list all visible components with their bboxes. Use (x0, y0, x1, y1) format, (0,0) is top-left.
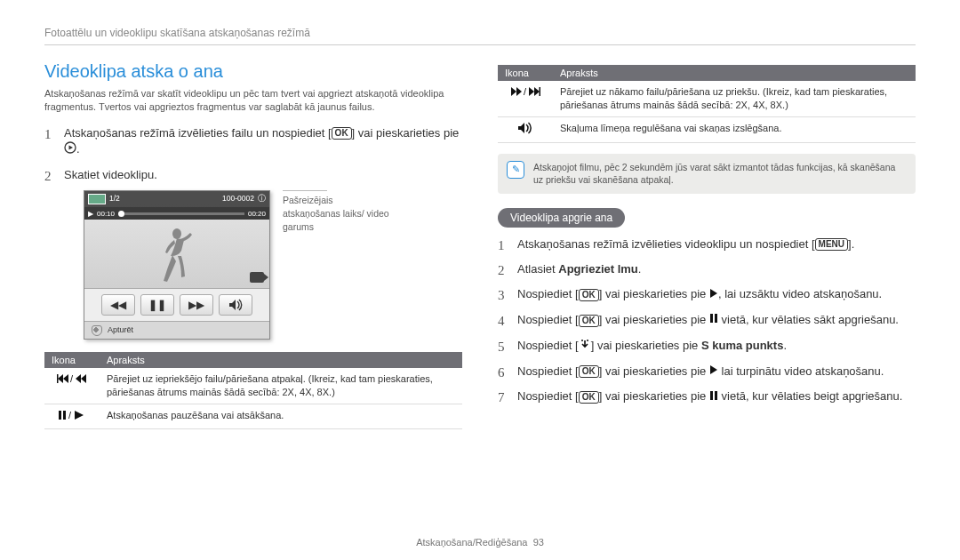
dancer-silhouette-icon (155, 226, 199, 284)
page-footer: Atskaņošana/Rediģēšana 93 (0, 537, 960, 548)
svg-rect-11 (63, 411, 66, 420)
menu-button-icon: MENU (815, 238, 848, 251)
sub-heading: Videoklipa apgrie ana (498, 208, 625, 228)
right-step-4: Nospiediet [OK] vai pieskarieties pie vi… (498, 312, 916, 329)
table-row: Skaļuma līmeņa regulēšana vai skaņas izs… (498, 116, 916, 142)
table-row: / Atskaņošanas pauzēšana vai atsākšana. (44, 404, 462, 429)
note-text: Atskaņojot filmu, pēc 2 sekundēm jūs var… (533, 161, 907, 187)
camera-icon (250, 272, 264, 283)
icon-table-left: Ikona Apraksts / Pārejiet uz iepriekšējo… (44, 352, 462, 430)
note-icon: ✎ (507, 161, 524, 179)
player-caption: Pašreizējais atskaņošanas laiks/ video g… (283, 190, 389, 233)
svg-point-2 (172, 228, 181, 239)
pause-icon (709, 312, 718, 328)
right-steps: Atskaņošanas režīmā izvēlieties videokli… (498, 236, 916, 405)
table-h-icon: Ikona (44, 352, 100, 368)
right-step-1: Atskaņošanas režīmā izvēlieties videokli… (498, 236, 916, 252)
intro-text: Atskaņošanas režīmā var skatīt videoklip… (44, 87, 462, 115)
info-icon: ⓘ (258, 194, 266, 204)
left-step-1: Atskaņošanas režīmā izvēlieties failu un… (44, 125, 462, 158)
svg-rect-10 (59, 411, 61, 420)
svg-rect-23 (715, 314, 717, 323)
svg-marker-8 (76, 374, 81, 383)
svg-marker-18 (534, 87, 540, 96)
svg-rect-5 (57, 374, 59, 383)
forward-next-icon: / (498, 81, 553, 116)
right-step-6: Nospiediet [OK] vai pieskarieties pie la… (498, 364, 916, 380)
svg-marker-26 (710, 365, 717, 374)
play-icon (709, 364, 718, 380)
right-step-2: Atlasiet Apgrieziet lmu. (498, 261, 916, 277)
svg-marker-4 (58, 374, 63, 383)
pause-button[interactable]: ❚❚ (140, 294, 174, 316)
volume-icon (498, 116, 553, 142)
time-total: 00:20 (248, 209, 266, 219)
note-box: ✎ Atskaņojot filmu, pēc 2 sekundēm jūs v… (498, 154, 916, 194)
svg-marker-3 (229, 300, 236, 310)
clip-counter: 1/2 (109, 194, 120, 204)
table-h-desc: Apraksts (100, 352, 462, 368)
ok-button-icon: OK (579, 315, 599, 327)
svg-text:/: / (68, 410, 72, 420)
rewind-button[interactable]: ◀◀ (101, 294, 135, 316)
svg-rect-27 (710, 391, 713, 400)
pause-icon (709, 389, 718, 405)
down-nav-icon (579, 338, 591, 355)
hand-icon (92, 325, 102, 336)
right-step-3: Nospiediet [OK] vai pieskarieties pie , … (498, 286, 916, 303)
ok-button-icon: OK (579, 365, 599, 378)
volume-button[interactable] (219, 294, 252, 316)
svg-marker-9 (81, 374, 86, 383)
table-h-desc: Apraksts (553, 65, 916, 81)
left-column: Videoklipa atska o ana Atskaņošanas režī… (44, 61, 462, 429)
svg-rect-22 (710, 314, 713, 323)
forward-button[interactable]: ▶▶ (180, 294, 213, 316)
ok-button-icon: OK (332, 127, 352, 140)
stop-label: Apturēt (108, 324, 133, 336)
icon-table-right: Ikona Apraksts / Pārejiet uz nākamo fail… (498, 65, 916, 143)
left-step-2: Skatiet videoklipu. 1/2 100-0002 ⓘ (44, 167, 462, 340)
ok-button-icon: OK (579, 289, 599, 301)
video-player-mock: 1/2 100-0002 ⓘ ▶ 00:10 00:20 (84, 190, 270, 340)
svg-marker-1 (69, 145, 74, 149)
svg-marker-6 (63, 374, 68, 383)
svg-marker-21 (710, 289, 717, 298)
svg-marker-20 (518, 123, 524, 133)
clip-id: 100-0002 (222, 194, 254, 204)
breadcrumb: Fotoattēlu un videoklipu skatīšana atska… (44, 27, 916, 45)
svg-rect-28 (715, 391, 717, 400)
table-h-icon: Ikona (498, 65, 553, 81)
thumbnail-icon (88, 194, 106, 204)
right-step-5: Nospiediet [] vai pieskarieties pie S ku… (498, 338, 916, 355)
play-icon (709, 287, 718, 303)
svg-text:/: / (524, 86, 527, 97)
svg-marker-17 (529, 87, 534, 96)
svg-marker-13 (75, 411, 84, 420)
svg-point-24 (581, 340, 583, 341)
pause-play-icon: / (44, 404, 100, 429)
svg-text:/: / (70, 373, 74, 384)
svg-point-25 (587, 340, 588, 341)
svg-marker-14 (511, 87, 516, 96)
right-step-7: Nospiediet [OK] vai pieskarieties pie vi… (498, 388, 916, 405)
ok-button-icon: OK (579, 391, 599, 404)
page-title: Videoklipa atska o ana (44, 61, 462, 82)
play-circle-icon (64, 141, 76, 158)
time-current: 00:10 (97, 209, 115, 219)
left-steps: Atskaņošanas režīmā izvēlieties failu un… (44, 125, 462, 340)
svg-marker-15 (516, 87, 522, 96)
progress-bar (118, 212, 244, 215)
prev-rewind-icon: / (44, 368, 100, 404)
right-column: Ikona Apraksts / Pārejiet uz nākamo fail… (498, 61, 916, 429)
table-row: / Pārejiet uz nākamo failu/pāriešana uz … (498, 81, 916, 116)
table-row: / Pārejiet uz iepriekšējo failu/pāriešan… (44, 368, 462, 404)
svg-rect-19 (540, 87, 541, 96)
